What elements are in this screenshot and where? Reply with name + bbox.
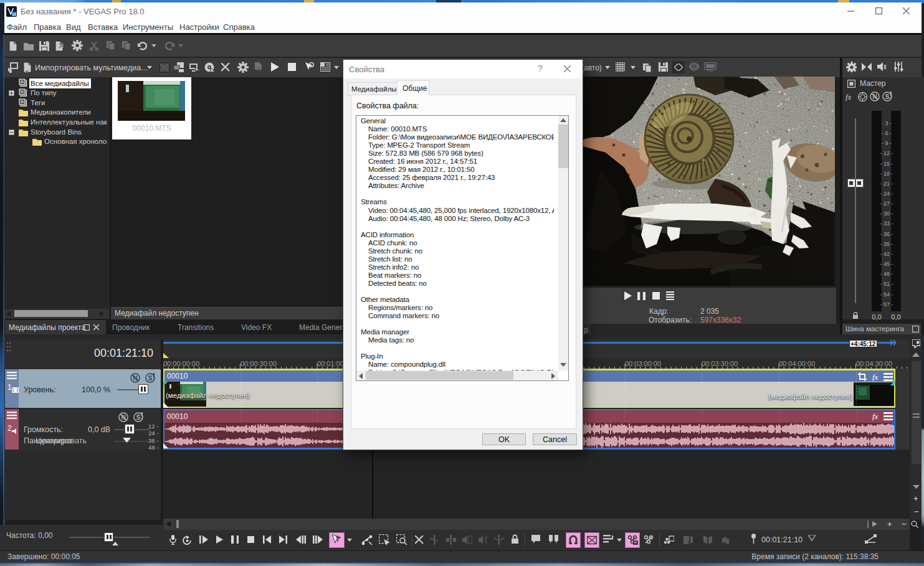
svg-text:S: S (136, 414, 141, 421)
svg-text:18: 18 (12, 12, 16, 16)
svg-text:fx: fx (258, 66, 262, 72)
svg-text:fx: fx (872, 412, 879, 420)
svg-text:S: S (885, 93, 890, 100)
svg-text:fx: fx (872, 373, 879, 381)
svg-text:S: S (148, 375, 153, 382)
svg-text:360: 360 (691, 65, 698, 69)
svg-text:fx: fx (845, 92, 852, 101)
svg-text:HDR: HDR (707, 68, 714, 72)
